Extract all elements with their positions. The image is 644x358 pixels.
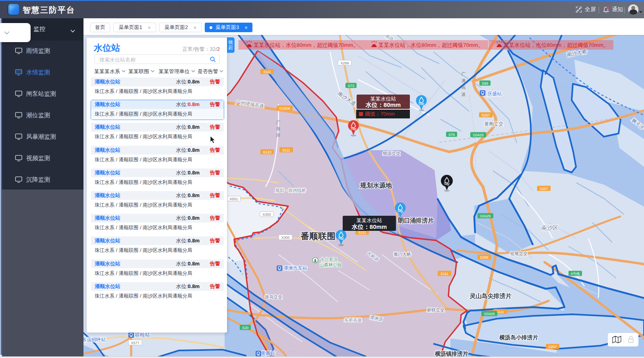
svg-text:某某水位站: 某某水位站 [370,96,396,102]
svg-text:S111: S111 [263,70,271,74]
svg-text:灵山岛尖排涝片: 灵山岛尖排涝片 [469,292,512,299]
svg-text:S257: S257 [539,187,548,191]
svg-text:南沙区: 南沙区 [541,224,558,231]
svg-text:黄圃站: 黄圃站 [261,350,275,356]
svg-text:朗口涌排涝片: 朗口涌排涝片 [398,217,434,224]
svg-text:X577: X577 [131,341,139,345]
svg-text:S20: S20 [242,326,248,330]
svg-text:X300: X300 [262,213,271,217]
svg-text:G0425: G0425 [473,133,483,137]
svg-text:S76: S76 [448,133,455,137]
svg-text:4号线: 4号线 [570,272,580,276]
svg-text:横沥岛小排涝片: 横沥岛小排涝片 [499,334,538,341]
svg-text:S56: S56 [482,81,488,85]
svg-text:山森林公园: 山森林公园 [320,262,342,267]
svg-text:规划水源地: 规划水源地 [360,182,392,189]
svg-text:某某水位站: 某某水位站 [357,217,382,223]
svg-text:S358: S358 [480,255,488,259]
svg-text:X300: X300 [281,236,289,240]
svg-text:客运招呼站: 客运招呼站 [83,337,106,343]
svg-text:某某水位站，水位80mm，超过阈值70mm。: 某某水位站，水位80mm，超过阈值70mm。 [254,42,359,48]
svg-text:G0425: G0425 [484,312,495,316]
svg-text:S111: S111 [282,148,290,152]
svg-text:番顺联围: 番顺联围 [300,231,336,241]
svg-text:新联立交: 新联立交 [427,308,444,312]
svg-text:G0425: G0425 [480,214,491,218]
svg-text:东新高速: 东新高速 [344,317,362,322]
svg-text:细沥立交: 细沥立交 [382,151,400,156]
svg-text:故马立交: 故马立交 [265,294,282,299]
svg-text:庆盛站: 庆盛站 [487,91,502,97]
svg-text:黄阁立交: 黄阁立交 [484,121,503,127]
svg-text:S111: S111 [496,310,504,314]
svg-text:横沥镇排涝片: 横沥镇排涝片 [435,350,468,356]
svg-text:规划一路跨线桥: 规划一路跨线桥 [275,188,306,193]
svg-text:X501: X501 [229,197,238,201]
svg-text:S73: S73 [348,84,354,88]
svg-text:G1508: G1508 [279,106,290,110]
svg-text:蕉门大桥: 蕉门大桥 [394,252,411,257]
svg-text:S257: S257 [481,113,490,117]
svg-text:水位：80mm: 水位：80mm [365,101,401,108]
svg-text:潭洲汽车站: 潭洲汽车站 [283,265,307,271]
svg-text:X299: X299 [340,61,349,65]
svg-text:某某水位站，水位80mm，超过阈值70mm。: 某某水位站，水位80mm，超过阈值70mm。 [378,42,483,48]
svg-text:十八罗汉: 十八罗汉 [320,257,338,262]
svg-text:S257: S257 [548,345,557,349]
svg-text:广珠路: 广珠路 [276,120,281,137]
svg-text:容桂站: 容桂站 [135,332,150,338]
svg-text:S111: S111 [440,272,448,276]
svg-text:某某水位站，水位80mm，超过阈值70mm。: 某某水位站，水位80mm，超过阈值70mm。 [504,42,609,48]
svg-text:阈值：70mm: 阈值：70mm [365,111,395,117]
svg-text:水位：80mm: 水位：80mm [351,223,387,230]
svg-text:S123: S123 [263,150,271,154]
svg-text:坦尾立交: 坦尾立交 [510,251,528,256]
